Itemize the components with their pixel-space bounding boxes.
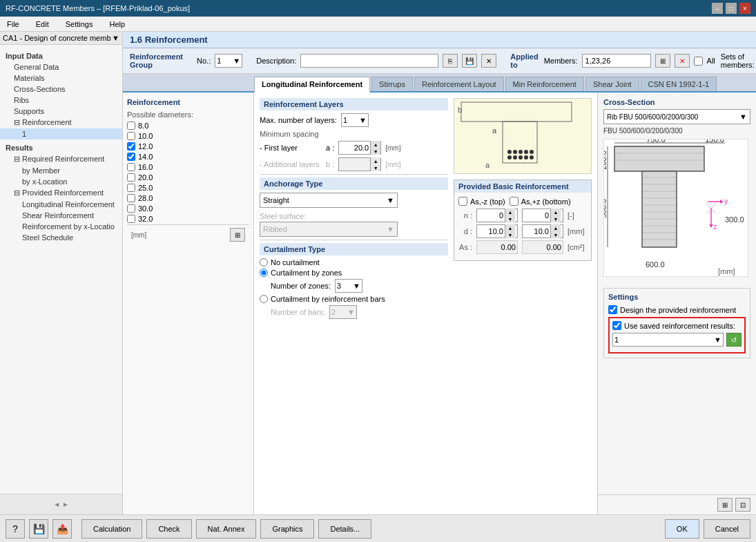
tab-longitudinal[interactable]: Longitudinal Reinforcement (254, 77, 370, 93)
clear-members-icon[interactable]: ✕ (675, 54, 690, 68)
sidebar-item-required-reinf[interactable]: ⊟ Required Reinforcement (0, 153, 122, 165)
menu-settings[interactable]: Settings (61, 19, 97, 30)
d-top-down[interactable]: ▼ (505, 231, 515, 238)
sidebar-item-ribs[interactable]: Ribs (0, 95, 122, 106)
diameter-16-checkbox[interactable] (127, 163, 135, 171)
n-top-up[interactable]: ▲ (505, 209, 515, 215)
grid-icon[interactable]: ⊞ (230, 228, 245, 242)
menu-file[interactable]: File (3, 19, 23, 30)
diameter-30-checkbox[interactable] (127, 204, 135, 213)
no-dropdown[interactable]: 1 ▼ (215, 54, 242, 68)
diameter-8-label: 8.0 (138, 122, 148, 130)
n-top-input[interactable] (477, 209, 505, 222)
as-bottom-checkbox[interactable] (510, 197, 518, 206)
sidebar-item-by-x-location[interactable]: by x-Location (0, 176, 122, 187)
curtailment-bars-radio[interactable] (260, 295, 268, 303)
diameter-14-checkbox[interactable] (127, 153, 135, 161)
diameter-12-checkbox[interactable] (127, 142, 135, 151)
sidebar-item-supports[interactable]: Supports (0, 106, 122, 117)
check-button[interactable]: Check (146, 519, 191, 539)
save-icon-btn[interactable]: 💾 (29, 519, 48, 539)
menu-help[interactable]: Help (105, 19, 129, 30)
design-reinf-checkbox[interactable] (608, 305, 617, 314)
d-bot-input[interactable] (523, 225, 550, 238)
n-bot-up[interactable]: ▲ (551, 209, 561, 215)
saved-value-dropdown[interactable]: 1 ▼ (612, 333, 724, 347)
maximize-button[interactable]: □ (726, 3, 737, 14)
zones-dropdown[interactable]: 3 ▼ (335, 279, 362, 293)
export-icon-btn[interactable]: 📤 (52, 519, 72, 539)
sidebar-item-by-member[interactable]: by Member (0, 165, 122, 176)
select-members-icon[interactable]: ⊞ (655, 54, 670, 68)
diameter-20-checkbox[interactable] (127, 173, 135, 182)
sidebar-item-reinf-by-x[interactable]: Reinforcement by x-Locatio (0, 221, 122, 232)
diameter-12-label: 12.0 (138, 142, 153, 151)
first-layer-input[interactable] (339, 142, 370, 154)
n-top-spinner[interactable]: ▲ ▼ (476, 209, 518, 222)
description-input[interactable] (300, 54, 438, 68)
graphics-button[interactable]: Graphics (260, 519, 314, 539)
diameter-8-checkbox[interactable] (127, 122, 135, 130)
curtailment-zones-radio[interactable] (260, 269, 268, 277)
calculation-button[interactable]: Calculation (81, 519, 142, 539)
sidebar-item-reinf-1[interactable]: 1 (0, 128, 122, 139)
first-layer-down[interactable]: ▼ (371, 148, 380, 155)
menu-edit[interactable]: Edit (32, 19, 53, 30)
as-top-checkbox[interactable] (458, 197, 467, 206)
sidebar-dropdown[interactable]: CA1 - Design of concrete memb ▼ (0, 32, 122, 45)
tab-stirrups[interactable]: Stirrups (371, 77, 413, 91)
sidebar-item-cross-sections[interactable]: Cross-Sections (0, 84, 122, 95)
sidebar-item-shear-reinf[interactable]: Shear Reinforcement (0, 210, 122, 221)
tab-reinf-layout[interactable]: Reinforcement Layout (414, 77, 504, 91)
d-bot-down[interactable]: ▼ (551, 231, 561, 238)
copy-icon[interactable]: ⎘ (443, 54, 458, 68)
design-reinf-row: Design the provided reinforcement (608, 305, 746, 314)
tab-csn[interactable]: CSN EN 1992-1-1 (641, 77, 717, 91)
help-icon-btn[interactable]: ? (6, 519, 25, 539)
sidebar-item-provided-reinf[interactable]: ⊟ Provided Reinforcement (0, 187, 122, 199)
d-top-spinner[interactable]: ▲ ▼ (476, 224, 518, 238)
minimize-button[interactable]: – (712, 3, 723, 14)
d-top-up[interactable]: ▲ (505, 224, 515, 231)
no-curtailment-radio[interactable] (260, 258, 268, 267)
diameter-25-checkbox[interactable] (127, 184, 135, 192)
view-icon-2[interactable]: ⊡ (735, 498, 750, 512)
members-input[interactable] (582, 54, 651, 68)
n-bot-spinner[interactable]: ▲ ▼ (522, 209, 563, 222)
cs-dropdown[interactable]: Rib FBU 500/600/0/200/0/300 ▼ (603, 109, 750, 124)
use-saved-checkbox[interactable] (612, 321, 621, 330)
diameter-10-checkbox[interactable] (127, 132, 135, 140)
first-layer-up[interactable]: ▲ (371, 141, 380, 148)
n-bot-input[interactable] (523, 209, 550, 222)
cs-diagram: 750.0 150.0 200.0 500.0 (603, 139, 748, 277)
max-layers-dropdown[interactable]: 1 ▼ (341, 113, 369, 127)
close-button[interactable]: × (739, 3, 750, 14)
sidebar-item-general-data[interactable]: General Data (0, 61, 122, 72)
diameter-32-checkbox[interactable] (127, 215, 135, 223)
delete-icon[interactable]: ✕ (481, 54, 496, 68)
save-icon[interactable]: 💾 (462, 54, 477, 68)
sidebar-item-steel-schedule[interactable]: Steel Schedule (0, 232, 122, 243)
first-layer-spinner[interactable]: ▲ ▼ (338, 141, 381, 155)
d-bot-spinner[interactable]: ▲ ▼ (522, 224, 563, 238)
refresh-icon[interactable]: ↺ (726, 333, 742, 347)
d-top-input[interactable] (477, 225, 505, 238)
ok-button[interactable]: OK (665, 519, 699, 539)
additional-label: - Additional layers (260, 160, 322, 168)
tab-shear-joint[interactable]: Shear Joint (585, 77, 639, 91)
cancel-button[interactable]: Cancel (704, 519, 750, 539)
view-icon-1[interactable]: ⊞ (717, 498, 733, 512)
sidebar-item-reinforcement[interactable]: ⊟ Reinforcement (0, 117, 122, 128)
d-bot-up[interactable]: ▲ (551, 224, 561, 231)
diameter-28-checkbox[interactable] (127, 194, 135, 202)
anchorage-dropdown[interactable]: Straight ▼ (260, 193, 398, 208)
sidebar-item-materials[interactable]: Materials (0, 72, 122, 84)
n-bot-down[interactable]: ▼ (551, 215, 561, 222)
details-button[interactable]: Details... (318, 519, 371, 539)
sidebar-item-longitudinal-reinf[interactable]: Longitudinal Reinforcement (0, 199, 122, 210)
svg-text:a: a (492, 126, 497, 135)
tab-min-reinf[interactable]: Min Reinforcement (505, 77, 584, 91)
nat-annex-button[interactable]: Nat. Annex (196, 519, 257, 539)
n-top-down[interactable]: ▼ (505, 215, 515, 222)
all-members-checkbox[interactable] (694, 57, 703, 66)
